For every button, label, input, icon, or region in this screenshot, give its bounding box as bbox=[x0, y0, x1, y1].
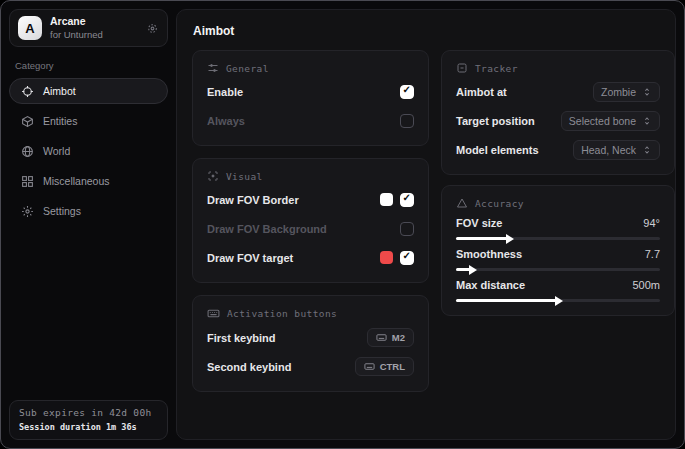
model-elements-select[interactable]: Head, Neck bbox=[573, 140, 660, 160]
sidebar-item-label: Entities bbox=[43, 115, 77, 127]
always-row: Always bbox=[207, 109, 414, 132]
slider-thumb[interactable] bbox=[506, 234, 514, 244]
second-keybind-button[interactable]: CTRL bbox=[355, 357, 414, 376]
first-keybind-row: First keybind M2 bbox=[207, 326, 414, 349]
always-label: Always bbox=[207, 115, 245, 127]
content-columns: General Enable Always bbox=[192, 50, 660, 392]
keyboard-icon bbox=[364, 361, 375, 372]
triangle-icon bbox=[456, 197, 468, 209]
general-card: General Enable Always bbox=[192, 50, 429, 146]
aimbot-at-value: Zombie bbox=[601, 86, 636, 98]
max-distance-label: Max distance bbox=[456, 279, 525, 291]
category-label: Category bbox=[15, 60, 168, 71]
app-name: Arcane bbox=[50, 16, 138, 28]
gear-icon[interactable] bbox=[146, 22, 159, 35]
app-logo: A bbox=[18, 16, 42, 40]
enable-checkbox[interactable] bbox=[400, 85, 414, 99]
sidebar-item-aimbot[interactable]: Aimbot bbox=[9, 78, 168, 104]
section-title: Visual bbox=[226, 171, 263, 182]
tracker-header: Tracker bbox=[456, 62, 660, 74]
fov-target-checkbox[interactable] bbox=[400, 251, 414, 265]
box-minus-icon bbox=[456, 62, 468, 74]
smoothness-value: 7.7 bbox=[645, 248, 660, 260]
slider-fill bbox=[456, 237, 509, 240]
target-position-select[interactable]: Selected bone bbox=[561, 111, 660, 131]
enable-label: Enable bbox=[207, 86, 243, 98]
brand-text: Arcane for Unturned bbox=[50, 16, 138, 40]
visual-card: Visual Draw FOV Border Draw FOV Backgrou… bbox=[192, 158, 429, 283]
slider-thumb[interactable] bbox=[469, 265, 477, 275]
first-keybind-button[interactable]: M2 bbox=[367, 328, 414, 347]
fov-size-slider[interactable] bbox=[456, 237, 660, 240]
smoothness-group: Smoothness 7.7 bbox=[456, 248, 660, 271]
sliders-icon bbox=[207, 62, 219, 74]
second-keybind-row: Second keybind CTRL bbox=[207, 355, 414, 378]
second-keybind-value: CTRL bbox=[380, 361, 405, 372]
app-window: A Arcane for Unturned Category Aimbot bbox=[0, 0, 685, 449]
sidebar-item-label: Miscellaneous bbox=[43, 175, 110, 187]
app-subtitle: for Unturned bbox=[50, 30, 138, 40]
sidebar-item-label: Settings bbox=[43, 205, 81, 217]
first-keybind-label: First keybind bbox=[207, 332, 275, 344]
enable-row: Enable bbox=[207, 80, 414, 103]
fov-size-label: FOV size bbox=[456, 217, 502, 229]
left-column: General Enable Always bbox=[192, 50, 429, 392]
slider-fill bbox=[456, 268, 472, 271]
accuracy-header: Accuracy bbox=[456, 197, 660, 209]
unfold-icon bbox=[642, 87, 652, 97]
model-elements-label: Model elements bbox=[456, 144, 539, 156]
sidebar-item-entities[interactable]: Entities bbox=[9, 108, 168, 134]
target-position-row: Target position Selected bone bbox=[456, 109, 660, 132]
brand-card: A Arcane for Unturned bbox=[9, 9, 168, 47]
activation-header: Activation buttons bbox=[207, 307, 414, 320]
fov-background-checkbox[interactable] bbox=[400, 222, 414, 236]
aimbot-at-row: Aimbot at Zombie bbox=[456, 80, 660, 103]
general-header: General bbox=[207, 62, 414, 74]
aimbot-at-label: Aimbot at bbox=[456, 86, 507, 98]
fov-target-label: Draw FOV target bbox=[207, 252, 293, 264]
unfold-icon bbox=[642, 145, 652, 155]
sub-expiry-text: Sub expires in 42d 00h bbox=[19, 407, 158, 418]
visual-header: Visual bbox=[207, 170, 414, 182]
fov-target-color-swatch[interactable] bbox=[380, 251, 393, 264]
sidebar-item-label: World bbox=[43, 145, 70, 157]
subscription-info-card: Sub expires in 42d 00h Session duration … bbox=[9, 400, 168, 440]
sidebar-item-miscellaneous[interactable]: Miscellaneous bbox=[9, 168, 168, 194]
main-panel: Aimbot General Enable bbox=[176, 9, 676, 440]
scan-icon bbox=[207, 170, 219, 182]
unfold-icon bbox=[642, 116, 652, 126]
fov-border-checkbox[interactable] bbox=[400, 193, 414, 207]
activation-card: Activation buttons First keybind M2 Seco… bbox=[192, 295, 429, 392]
section-title: General bbox=[226, 63, 269, 74]
page-title: Aimbot bbox=[193, 24, 660, 38]
fov-background-label: Draw FOV Background bbox=[207, 223, 327, 235]
smoothness-label: Smoothness bbox=[456, 248, 522, 260]
crosshair-icon bbox=[21, 85, 34, 98]
keyboard-icon bbox=[376, 332, 387, 343]
right-column: Tracker Aimbot at Zombie Target position bbox=[441, 50, 675, 316]
smoothness-slider[interactable] bbox=[456, 268, 660, 271]
fov-target-row: Draw FOV target bbox=[207, 246, 414, 269]
sidebar-item-label: Aimbot bbox=[43, 85, 76, 97]
cube-icon bbox=[21, 115, 34, 128]
section-title: Tracker bbox=[475, 63, 518, 74]
always-checkbox[interactable] bbox=[400, 114, 414, 128]
fov-border-label: Draw FOV Border bbox=[207, 194, 299, 206]
sidebar-nav: Aimbot Entities World bbox=[9, 78, 168, 224]
sidebar: A Arcane for Unturned Category Aimbot bbox=[1, 1, 176, 448]
tracker-card: Tracker Aimbot at Zombie Target position bbox=[441, 50, 675, 175]
slider-fill bbox=[456, 299, 558, 302]
model-elements-value: Head, Neck bbox=[581, 144, 636, 156]
section-title: Accuracy bbox=[475, 198, 524, 209]
sidebar-item-settings[interactable]: Settings bbox=[9, 198, 168, 224]
aimbot-at-select[interactable]: Zombie bbox=[593, 82, 660, 102]
max-distance-value: 500m bbox=[632, 279, 660, 291]
slider-thumb[interactable] bbox=[555, 296, 563, 306]
fov-border-row: Draw FOV Border bbox=[207, 188, 414, 211]
gear-icon bbox=[21, 205, 34, 218]
accuracy-card: Accuracy FOV size 94° bbox=[441, 185, 675, 316]
keyboard-icon bbox=[207, 307, 220, 320]
fov-border-color-swatch[interactable] bbox=[380, 193, 393, 206]
max-distance-slider[interactable] bbox=[456, 299, 660, 302]
sidebar-item-world[interactable]: World bbox=[9, 138, 168, 164]
